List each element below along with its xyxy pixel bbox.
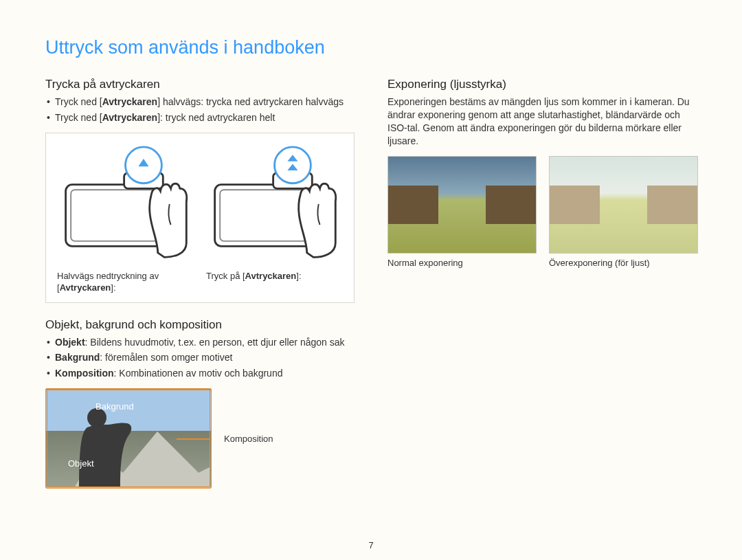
columns: Trycka på avtryckaren Tryck ned Avtrycka… [45, 78, 697, 489]
page-number: 7 [368, 540, 373, 550]
composition-figure: Bakgrund Objekt [45, 388, 212, 489]
shutter-heading: Trycka på avtryckaren [45, 78, 355, 91]
composition-bullets: Objekt: Bildens huvudmotiv, t.ex. en per… [45, 336, 355, 381]
bakgrund-label: Bakgrund [95, 401, 134, 412]
shutter-full-caption: Tryck på Avtryckaren: [206, 271, 343, 282]
composition-bullet: Objekt: Bildens huvudmotiv, t.ex. en per… [45, 336, 355, 349]
exposure-over-figure: Överexponering (för ljust) [549, 156, 697, 268]
manual-page: Uttryck som används i handboken Trycka p… [0, 0, 742, 560]
bracket-label: Avtryckaren [100, 111, 160, 124]
person-silhouette-icon [67, 404, 142, 486]
objekt-label: Objekt [68, 458, 94, 469]
svg-rect-6 [220, 190, 307, 241]
komposition-label: Komposition [224, 434, 273, 444]
svg-rect-1 [71, 190, 158, 241]
shutter-bullet: Tryck ned Avtryckaren: tryck ned avtryck… [45, 111, 355, 124]
right-column: Exponering (ljusstyrka) Exponeringen bes… [387, 78, 697, 489]
exposure-normal-caption: Normal exponering [387, 258, 535, 268]
exposure-normal-figure: Normal exponering [387, 156, 535, 268]
left-column: Trycka på avtryckaren Tryck ned Avtrycka… [45, 78, 355, 489]
bracket-label: Avtryckaren [100, 96, 160, 109]
composition-figure-wrap: Bakgrund Objekt Komposition [45, 388, 355, 489]
composition-bullet: Bakgrund: föremålen som omger motivet [45, 351, 355, 364]
camera-full-press-icon [206, 146, 343, 262]
exposure-heading: Exponering (ljusstyrka) [387, 78, 697, 91]
shutter-figure-box: Halvvägs nedtryckning av Avtryckaren: [45, 133, 355, 303]
exposure-normal-image [387, 156, 537, 254]
shutter-bullets: Tryck ned Avtryckaren halvvägs: trycka n… [45, 96, 355, 124]
leader-line-icon [210, 438, 211, 440]
camera-half-press-icon [57, 146, 194, 262]
shutter-half-caption: Halvvägs nedtryckning av Avtryckaren: [57, 271, 194, 294]
composition-heading: Objekt, bakgrund och komposition [45, 318, 355, 332]
page-title: Uttryck som används i handboken [45, 37, 697, 58]
exposure-body: Exponeringen bestäms av mängden ljus som… [387, 96, 697, 148]
exposure-over-caption: Överexponering (för ljust) [549, 258, 697, 268]
shutter-half-press-figure: Halvvägs nedtryckning av Avtryckaren: [57, 146, 194, 294]
shutter-full-press-figure: Tryck på Avtryckaren: [206, 146, 343, 294]
exposure-figures-row: Normal exponering Överexponering (för lj… [387, 156, 697, 268]
shutter-bullet: Tryck ned Avtryckaren halvvägs: trycka n… [45, 96, 355, 109]
composition-bullet: Komposition: Kombinationen av motiv och … [45, 367, 355, 380]
exposure-over-image [549, 156, 698, 254]
